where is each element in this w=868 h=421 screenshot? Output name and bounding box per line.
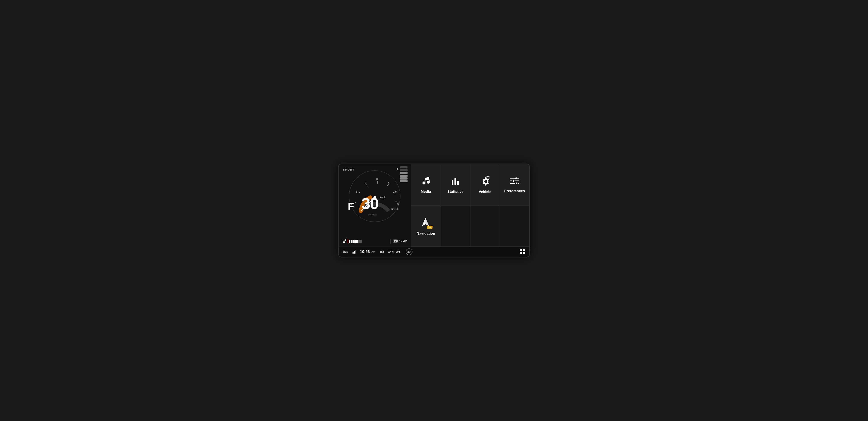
nav-icon-container: GO!: [420, 217, 432, 229]
fuel-bar-1: [349, 240, 350, 243]
fuel-bar-6: [358, 240, 360, 243]
fuel-section: [342, 239, 388, 243]
svg-text:6: 6: [397, 202, 399, 205]
svg-rect-63: [523, 252, 525, 254]
main-content: SPORT 0 1 2: [339, 164, 529, 247]
statistics-tile[interactable]: Statistics: [441, 164, 470, 205]
svg-text:rpm X1000: rpm X1000: [368, 214, 377, 216]
idf-badge: iDF: [406, 248, 412, 255]
music-icon: [421, 176, 431, 187]
preferences-tile[interactable]: Preferences: [500, 164, 530, 205]
gear-display: F: [348, 201, 354, 212]
svg-rect-38: [457, 181, 459, 185]
preferences-label: Preferences: [504, 189, 525, 193]
vehicle-tile[interactable]: Vehicle: [470, 164, 500, 205]
tacho-bar-3: [400, 172, 407, 174]
svg-point-42: [515, 177, 517, 179]
navigation-label: Navigation: [417, 232, 435, 236]
svg-text:4: 4: [388, 181, 390, 184]
tacho-bar-5: [400, 177, 407, 180]
svg-point-49: [343, 251, 345, 252]
sliders-icon: [510, 177, 519, 187]
tacho-bar-4: [400, 175, 407, 177]
status-bar: 10:56 AM 23°C iDF: [339, 247, 529, 257]
grid-icon[interactable]: [520, 249, 525, 254]
volume-status: [379, 250, 384, 254]
svg-rect-55: [352, 252, 352, 253]
tacho-bar-1: [400, 166, 407, 169]
battery-section: 12.4V: [393, 239, 407, 243]
svg-point-40: [487, 177, 489, 179]
svg-rect-25: [345, 240, 346, 241]
svg-rect-56: [353, 252, 353, 253]
fuel-bar-2: [350, 240, 352, 243]
navigation-tile[interactable]: GO! Navigation: [411, 205, 441, 247]
svg-rect-37: [455, 178, 456, 185]
dashboard-bottom: | 12.4V: [341, 239, 409, 244]
empty-tile-2: [470, 205, 500, 247]
volume-icon: [379, 250, 384, 254]
divider: |: [390, 239, 391, 243]
filter-icon: [343, 250, 348, 253]
svg-point-39: [484, 180, 487, 183]
grid-icon-container: [520, 249, 525, 255]
svg-text:30: 30: [362, 194, 378, 212]
statistics-label: Statistics: [447, 190, 464, 193]
speedometer-svg: 0 1 2 3 4 5: [345, 164, 405, 224]
time-display: 10:56: [360, 249, 370, 254]
waves-icon: [388, 250, 394, 253]
go-badge: GO!: [427, 225, 433, 229]
svg-rect-61: [523, 249, 525, 251]
svg-rect-62: [520, 252, 522, 254]
svg-rect-57: [354, 251, 354, 253]
svg-point-44: [513, 180, 515, 182]
tachometer-bars: [400, 166, 407, 182]
svg-text:1: 1: [355, 190, 357, 193]
dashboard-panel: SPORT 0 1 2: [339, 164, 411, 247]
odometer-display: 350 h: [391, 207, 399, 211]
speed-mode-icon: ✈: [396, 167, 399, 172]
speedometer: 0 1 2 3 4 5: [345, 164, 405, 224]
menu-panel: Media Statistics: [411, 164, 529, 247]
empty-tile-1: [441, 205, 470, 247]
svg-text:3: 3: [376, 177, 378, 181]
signal-icon: [352, 250, 356, 253]
svg-point-46: [516, 182, 518, 184]
vehicle-label: Vehicle: [479, 190, 491, 194]
media-label: Media: [421, 190, 431, 193]
tacho-bar-6: [400, 180, 407, 182]
empty-tile-3: [500, 205, 530, 247]
media-tile[interactable]: Media: [411, 164, 441, 205]
fuel-bar-7: [360, 240, 362, 243]
temperature-display: 23°C: [395, 250, 401, 253]
svg-marker-48: [426, 218, 429, 226]
gear-icon: [480, 176, 490, 187]
battery-icon: [393, 239, 398, 243]
temp-status: 23°C: [388, 250, 401, 253]
svg-text:5: 5: [395, 190, 397, 193]
fuel-bar-3: [352, 240, 354, 243]
main-screen: SPORT 0 1 2: [338, 163, 530, 258]
tacho-bar-2: [400, 169, 407, 171]
filter-status: [343, 250, 348, 253]
fuel-bars: [348, 239, 362, 243]
svg-rect-36: [452, 180, 454, 185]
fuel-icon: [342, 239, 347, 243]
ampm-display: AM: [371, 251, 375, 253]
svg-rect-27: [398, 240, 398, 242]
chart-icon: [451, 176, 460, 187]
svg-rect-60: [520, 249, 522, 251]
svg-rect-58: [355, 250, 356, 253]
fuel-bar-red: [348, 239, 348, 243]
voltage-value: 12.4V: [399, 239, 407, 243]
svg-marker-59: [380, 250, 382, 253]
fuel-bar-4: [354, 240, 356, 243]
svg-text:km/h: km/h: [380, 196, 385, 199]
time-status: 10:56 AM: [360, 249, 375, 254]
signal-status: [352, 250, 356, 253]
svg-rect-22: [343, 240, 345, 241]
svg-text:2: 2: [365, 181, 366, 184]
fuel-bar-5: [356, 240, 358, 243]
svg-point-52: [345, 252, 347, 253]
